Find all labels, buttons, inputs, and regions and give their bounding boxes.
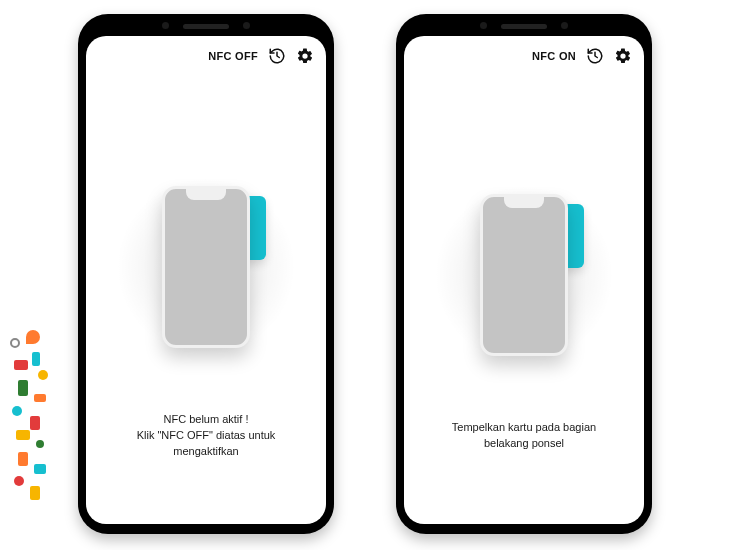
device-frame-right: NFC ON Tempelkan kartu pada bagian belak… — [396, 14, 652, 534]
phone-outline-icon — [480, 194, 568, 356]
caption-line-1: Tempelkan kartu pada bagian — [452, 420, 596, 436]
camera-dot-icon — [162, 22, 169, 29]
gear-icon[interactable] — [296, 47, 314, 65]
content-area: NFC belum aktif ! Klik "NFC OFF" diatas … — [86, 70, 326, 524]
caption-line-2: Klik "NFC OFF" diatas untuk mengaktifkan — [108, 428, 304, 460]
camera-dot-icon — [561, 22, 568, 29]
camera-dot-icon — [480, 22, 487, 29]
status-caption: NFC belum aktif ! Klik "NFC OFF" diatas … — [86, 412, 326, 460]
history-icon[interactable] — [586, 47, 604, 65]
status-caption: Tempelkan kartu pada bagian belakang pon… — [430, 420, 618, 452]
camera-dot-icon — [243, 22, 250, 29]
device-frame-left: NFC OFF NFC belum aktif ! Klik "NFC OFF"… — [78, 14, 334, 534]
history-icon[interactable] — [268, 47, 286, 65]
screen-right: NFC ON Tempelkan kartu pada bagian belak… — [404, 36, 644, 524]
phone-pair: NFC OFF NFC belum aktif ! Klik "NFC OFF"… — [0, 0, 752, 534]
nfc-illustration — [424, 160, 624, 390]
gear-icon[interactable] — [614, 47, 632, 65]
screen-left: NFC OFF NFC belum aktif ! Klik "NFC OFF"… — [86, 36, 326, 524]
content-area: Tempelkan kartu pada bagian belakang pon… — [404, 70, 644, 524]
caption-line-2: belakang ponsel — [452, 436, 596, 452]
top-bar: NFC ON — [404, 36, 644, 70]
phone-outline-icon — [162, 186, 250, 348]
caption-line-1: NFC belum aktif ! — [108, 412, 304, 428]
nfc-toggle[interactable]: NFC ON — [532, 50, 576, 62]
top-bar: NFC OFF — [86, 36, 326, 70]
nfc-illustration — [106, 152, 306, 382]
nfc-toggle[interactable]: NFC OFF — [208, 50, 258, 62]
